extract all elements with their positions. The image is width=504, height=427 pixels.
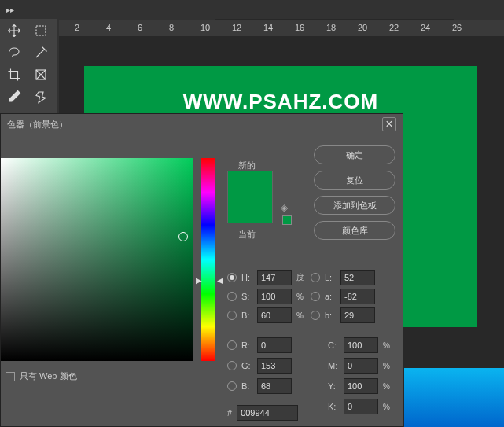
web-only-row: 只有 Web 颜色 [6, 370, 77, 382]
input-r[interactable] [257, 337, 292, 353]
wand-tool[interactable] [28, 42, 53, 63]
input-b-rgb[interactable] [257, 378, 292, 394]
canvas-text: WWW.PSAHZ.COM [183, 90, 378, 114]
label-web-only: 只有 Web 颜色 [20, 370, 77, 382]
input-b-hsb[interactable] [257, 307, 292, 323]
input-c[interactable] [344, 337, 378, 353]
radio-g[interactable] [227, 361, 237, 370]
frame-tool[interactable] [28, 64, 53, 85]
radio-l[interactable] [311, 273, 320, 282]
color-cursor[interactable] [178, 232, 188, 241]
move-tool[interactable] [2, 20, 27, 41]
input-m[interactable] [344, 358, 378, 374]
dialog-title: 色器（前景色） [7, 119, 68, 131]
radio-h[interactable] [227, 273, 237, 282]
heal-tool[interactable] [28, 87, 53, 107]
label-current: 当前 [238, 229, 256, 241]
ruler-horizontal: 2468101214161820222426 [59, 20, 504, 36]
hue-pointer-left: ▶ [196, 276, 202, 285]
label-new: 新的 [238, 160, 256, 171]
svg-rect-0 [36, 26, 46, 35]
color-library-button[interactable]: 颜色库 [314, 221, 395, 240]
color-picker-dialog: 色器（前景色） × ▶ ◀ 新的 当前 ◈ 确定 复位 添加到色板 颜色库 H:… [0, 113, 403, 427]
radio-a[interactable] [311, 292, 320, 301]
dialog-titlebar: 色器（前景色） × [1, 114, 403, 134]
input-y[interactable] [344, 378, 378, 394]
input-hex[interactable] [237, 405, 298, 421]
cmyk-grid: C:% M:% Y:% K:% [328, 337, 394, 414]
input-l[interactable] [340, 270, 375, 285]
hsb-lab-grid: H:度 L: S:% a: B:% b: [227, 270, 391, 323]
radio-s[interactable] [227, 292, 237, 301]
input-s[interactable] [257, 289, 292, 304]
reset-button[interactable]: 复位 [314, 171, 395, 190]
taskbar-fragment [404, 368, 504, 427]
marquee-tool[interactable] [28, 20, 53, 41]
eyedropper-tool[interactable] [2, 87, 27, 107]
radio-b-lab[interactable] [311, 311, 320, 320]
menu-bar: ▸▸ [0, 0, 504, 19]
input-h[interactable] [257, 270, 292, 285]
radio-r[interactable] [227, 340, 237, 350]
lasso-tool[interactable] [2, 42, 27, 63]
input-b-lab[interactable] [340, 307, 375, 323]
radio-b-rgb[interactable] [227, 381, 237, 391]
input-k[interactable] [344, 399, 378, 414]
radio-b-hsb[interactable] [227, 311, 237, 320]
saturation-field[interactable] [1, 158, 193, 361]
close-button[interactable]: × [382, 117, 396, 131]
add-swatch-button[interactable]: 添加到色板 [314, 196, 395, 215]
color-preview [227, 171, 273, 223]
expand-icon[interactable]: ▸▸ [3, 6, 17, 14]
ok-button[interactable]: 确定 [314, 145, 395, 164]
preview-current[interactable] [228, 197, 272, 223]
rgb-grid: R: G: B: [227, 337, 293, 394]
input-g[interactable] [257, 358, 292, 374]
crop-tool[interactable] [2, 64, 27, 85]
gamut-warning-icon[interactable]: ◈ [281, 202, 292, 213]
hue-slider[interactable] [201, 158, 215, 361]
hue-pointer-right: ◀ [217, 276, 223, 285]
checkbox-web-only[interactable] [6, 372, 15, 381]
websafe-swatch[interactable] [282, 215, 292, 225]
input-a[interactable] [340, 289, 375, 304]
hex-row: # [227, 405, 298, 421]
preview-new [228, 171, 272, 197]
